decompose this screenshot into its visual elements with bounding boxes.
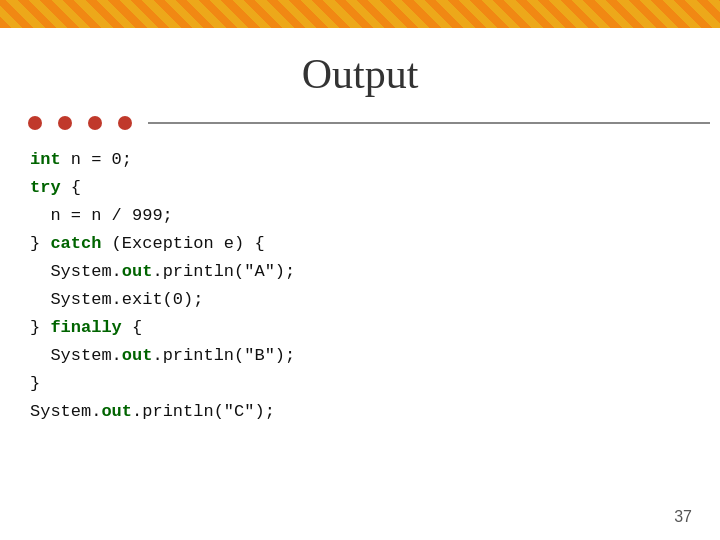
keyword-out-3: out — [101, 402, 132, 421]
keyword-out-1: out — [122, 262, 153, 281]
dot-4 — [118, 116, 132, 130]
slide-title: Output — [0, 50, 720, 98]
code-line-3: n = n / 999; — [30, 202, 690, 230]
code-block: int n = 0; try { n = n / 999; } catch (E… — [0, 138, 720, 434]
dot-1 — [28, 116, 42, 130]
code-line-1: int n = 0; — [30, 146, 690, 174]
code-line-5: System.out.println("A"); — [30, 258, 690, 286]
page-number: 37 — [674, 508, 692, 526]
code-line-10: System.out.println("C"); — [30, 398, 690, 426]
code-line-7: } finally { — [30, 314, 690, 342]
code-line-2: try { — [30, 174, 690, 202]
banner-pattern — [0, 0, 720, 28]
code-line-4: } catch (Exception e) { — [30, 230, 690, 258]
keyword-finally: finally — [50, 318, 121, 337]
keyword-catch: catch — [50, 234, 101, 253]
code-line-6: System.exit(0); — [30, 286, 690, 314]
code-line-9: } — [30, 370, 690, 398]
dot-2 — [58, 116, 72, 130]
keyword-out-2: out — [122, 346, 153, 365]
top-banner — [0, 0, 720, 28]
dot-3 — [88, 116, 102, 130]
code-line-8: System.out.println("B"); — [30, 342, 690, 370]
keyword-try: try — [30, 178, 61, 197]
dots-line — [148, 122, 710, 124]
dots-row — [0, 116, 720, 130]
keyword-int: int — [30, 150, 61, 169]
